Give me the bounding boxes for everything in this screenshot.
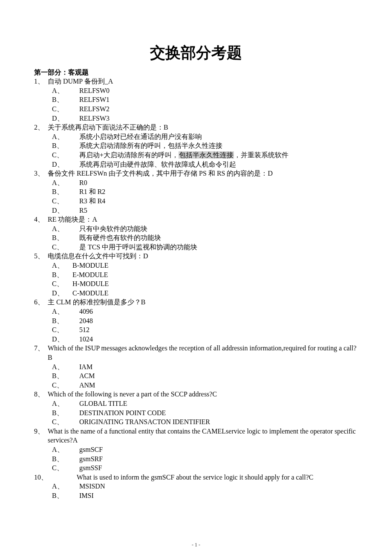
option-text: RELFSW2 <box>79 104 110 114</box>
option-text: IAM <box>79 362 92 372</box>
option-letter: C、 <box>52 104 79 114</box>
option-text: MSISDN <box>79 482 105 491</box>
question-number: 3、 <box>34 169 48 178</box>
option-letter: A、 <box>52 482 79 491</box>
question-number: 4、 <box>34 215 48 224</box>
question-stem: 5、电缆信息在什么文件中可找到：D <box>34 251 358 261</box>
option-letter: B、 <box>52 187 79 197</box>
option-letter: B、 <box>52 270 72 280</box>
option: D、RELFSW3 <box>34 114 358 123</box>
option-text: DESTINATION POINT CODE <box>79 408 166 418</box>
question-number: 6、 <box>34 298 48 307</box>
option-text: R0 <box>79 178 87 188</box>
question-number: 8、 <box>34 390 48 399</box>
question-number: 7、 <box>34 344 48 362</box>
question-stem: 3、备份文件 RELFSWn 由子文件构成，其中用于存储 PS 和 RS 的内容… <box>34 169 358 178</box>
option: B、DESTINATION POINT CODE <box>34 408 358 418</box>
question-text: 电缆信息在什么文件中可找到：D <box>48 251 358 261</box>
option-letter: A、 <box>52 86 79 95</box>
question: 7、Which of the ISUP messages acknowledge… <box>34 344 358 390</box>
option-text: GLOBAL TITLE <box>79 399 127 408</box>
document-title: 交换部分考题 <box>34 43 358 64</box>
option: A、只有中央软件的功能块 <box>34 224 358 234</box>
question-text: Which of the ISUP messages acknowledges … <box>48 344 358 362</box>
option: A、RELFSW0 <box>34 86 358 95</box>
option-text: ANM <box>79 381 95 390</box>
highlighted-text: 包括半永久性连接 <box>179 151 234 159</box>
option-letter: D、 <box>52 114 79 123</box>
option: C、ORIGINATING TRANSACTON IDENTIFIER <box>34 417 358 427</box>
option-text: gsmSRF <box>79 454 103 464</box>
option: D、系统再启动可由硬件故障、软件故障或人机命令引起 <box>34 160 358 169</box>
question: 4、RE 功能块是：AA、只有中央软件的功能块B、既有硬件也有软件的功能块C、是… <box>34 215 358 251</box>
option-text: 4096 <box>79 307 93 316</box>
option-text: 2048 <box>79 316 93 326</box>
question-stem: 4、RE 功能块是：A <box>34 215 358 224</box>
option-text: gsmSSF <box>79 463 102 473</box>
option-letter: C、 <box>52 417 79 427</box>
option-text: IMSI <box>79 491 94 500</box>
option: A、MSISDN <box>34 482 358 491</box>
option-letter: B、 <box>52 233 79 243</box>
question-number: 5、 <box>34 251 48 261</box>
option-letter: A、 <box>52 362 79 372</box>
option-letter: D、 <box>52 335 79 344</box>
option-letter: A、 <box>52 132 79 142</box>
option: A、IAM <box>34 362 358 372</box>
option-text: R1 和 R2 <box>79 187 105 197</box>
option-text: ACM <box>79 371 95 381</box>
option-letter: A、 <box>52 307 79 316</box>
question: 10、What is used to inform the gsmSCF abo… <box>34 473 358 500</box>
option: C、512 <box>34 325 358 335</box>
option-letter: C、 <box>52 381 79 390</box>
question-stem: 6、主 CLM 的标准控制值是多少？B <box>34 298 358 307</box>
question-text: 自动 DUMP 备份到_A <box>48 77 358 86</box>
question: 2、关于系统再启动下面说法不正确的是：BA、系统小启动对已经在通话的用户没有影响… <box>34 123 358 169</box>
option: A、GLOBAL TITLE <box>34 399 358 408</box>
question: 3、备份文件 RELFSWn 由子文件构成，其中用于存储 PS 和 RS 的内容… <box>34 169 358 215</box>
option-letter: C、 <box>52 279 72 289</box>
option-letter: D、 <box>52 206 79 215</box>
option: A、gsmSCF <box>34 445 358 454</box>
question: 5、电缆信息在什么文件中可找到：DA、B-MODULEB、E-MODULEC、H… <box>34 251 358 298</box>
question-stem: 9、What is the name of a functional entit… <box>34 427 358 445</box>
question-text: What is the name of a functional entity … <box>48 427 358 445</box>
question-text: 备份文件 RELFSWn 由子文件构成，其中用于存储 PS 和 RS 的内容的是… <box>48 169 358 178</box>
option-text: 系统再启动可由硬件故障、软件故障或人机命令引起 <box>79 160 236 169</box>
question: 1、自动 DUMP 备份到_AA、RELFSW0B、RELFSW1C、RELFS… <box>34 77 358 123</box>
option-letter: D、 <box>52 289 72 298</box>
option: D、1024 <box>34 335 358 344</box>
option-letter: C、 <box>52 463 79 473</box>
option: C、ANM <box>34 381 358 390</box>
question-text: 主 CLM 的标准控制值是多少？B <box>48 298 358 307</box>
option-text: R3 和 R4 <box>79 197 105 206</box>
option-letter: B、 <box>52 491 79 500</box>
question-number: 10、 <box>34 473 77 482</box>
option-text: 既有硬件也有软件的功能块 <box>79 233 161 243</box>
option: C、是 TCS 中用于呼叫监视和协调的功能块 <box>34 243 358 252</box>
option-text: gsmSCF <box>79 445 103 454</box>
question-text: RE 功能块是：A <box>48 215 358 224</box>
option-text: RELFSW1 <box>79 95 110 104</box>
option: B、R1 和 R2 <box>34 187 358 197</box>
option-text: 512 <box>79 325 89 335</box>
option-letter: B、 <box>52 95 79 104</box>
option: B、ACM <box>34 371 358 381</box>
option-text: H-MODULE <box>72 279 109 289</box>
option: B、RELFSW1 <box>34 95 358 104</box>
question-stem: 2、关于系统再启动下面说法不正确的是：B <box>34 123 358 132</box>
question-text: What is used to inform the gsmSCF about … <box>77 473 358 482</box>
option-letter: B、 <box>52 141 79 150</box>
option: A、R0 <box>34 178 358 188</box>
option: B、E-MODULE <box>34 270 358 280</box>
option-letter: B、 <box>52 316 79 326</box>
section-heading: 第一部分：客观题 <box>34 68 358 77</box>
question-stem: 1、自动 DUMP 备份到_A <box>34 77 358 86</box>
option-text: 1024 <box>79 335 93 344</box>
question-stem: 7、Which of the ISUP messages acknowledge… <box>34 344 358 362</box>
option: B、系统大启动清除所有的呼叫，包括半永久性连接 <box>34 141 358 150</box>
question-number: 9、 <box>34 427 48 445</box>
question-stem: 8、Which of the following is never a part… <box>34 390 358 399</box>
option: A、B-MODULE <box>34 261 358 270</box>
option-text: 再启动+大启动清除所有的呼叫，包括半永久性连接，并重装系统软件 <box>79 150 288 160</box>
